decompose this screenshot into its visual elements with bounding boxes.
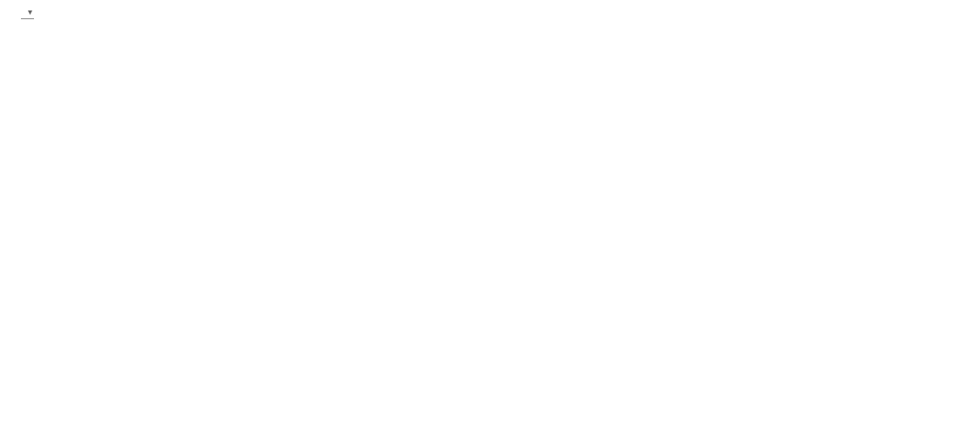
- period-select[interactable]: ▾: [21, 7, 34, 19]
- chevron-down-icon: ▾: [28, 7, 32, 17]
- page-header: ▾: [0, 0, 980, 24]
- chart-area: [10, 30, 970, 405]
- line-chart: [10, 30, 970, 405]
